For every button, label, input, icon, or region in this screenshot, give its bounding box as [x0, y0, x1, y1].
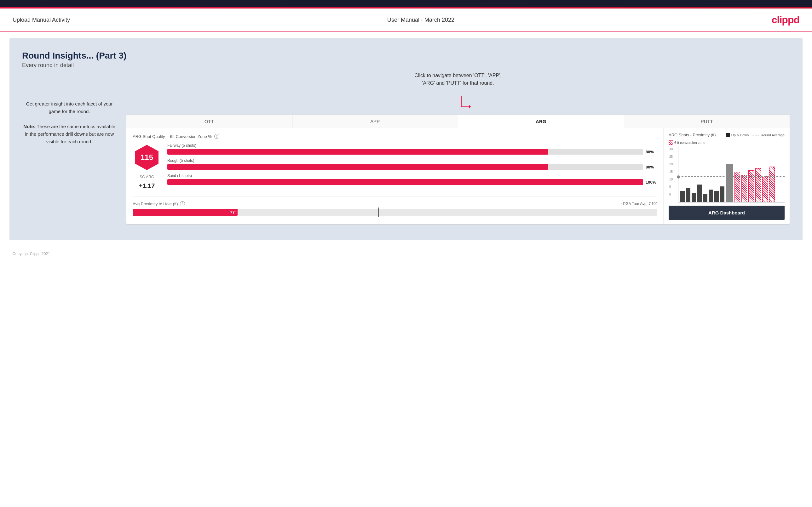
upload-link[interactable]: Upload Manual Activity — [13, 17, 70, 23]
footer: Copyright Clippd 2021 — [0, 246, 812, 261]
page-title: Round Insights... (Part 3) — [22, 51, 790, 61]
sg-label: SG ARG — [140, 175, 154, 179]
right-panel: Click to navigate between 'OTT', 'APP', … — [126, 75, 790, 225]
chart-bar-6 — [709, 189, 713, 202]
y-tick-25: 25 — [669, 155, 673, 158]
fairway-pct: 80% — [646, 150, 657, 154]
hexagon-row: 115 SG ARG +1.17 Fairway (5 shots) — [133, 143, 657, 189]
chart-bar-hatch-5 — [762, 176, 768, 202]
legend-conversion-label: 6 ft conversion zone — [674, 141, 705, 145]
help-icon[interactable]: ? — [214, 134, 219, 139]
chart-wrapper: 0 5 10 15 20 25 30 — [678, 148, 784, 203]
top-bar — [0, 0, 812, 7]
insight-para1: Get greater insight into each facet of y… — [26, 101, 112, 114]
rough-bar-outer — [167, 164, 643, 170]
chart-bar-9 — [726, 164, 733, 202]
chart-section: ARG Shots - Proximity (ft) Up & Down Rou… — [664, 128, 790, 224]
layout: Get greater insight into each facet of y… — [22, 75, 790, 225]
prox-label: Avg Proximity to Hole (ft) — [133, 202, 178, 206]
legend-dash — [753, 135, 759, 135]
nav-hint-line1: Click to navigate between 'OTT', 'APP', — [126, 72, 790, 79]
fairway-label: Fairway (5 shots) — [167, 143, 657, 148]
chart-header: ARG Shots - Proximity (ft) Up & Down Rou… — [669, 132, 784, 137]
sand-label: Sand (1 shots) — [167, 173, 657, 178]
card-body: ARG Shot Quality 6ft Conversion Zone % ? — [126, 128, 790, 224]
hexagon-wrap: 115 SG ARG +1.17 — [133, 143, 161, 189]
round-avg-line: 8 — [678, 176, 784, 177]
sand-fill — [167, 179, 643, 185]
prox-header: Avg Proximity to Hole (ft) ? ↑ PGA Tour … — [133, 201, 657, 206]
header: Upload Manual Activity User Manual - Mar… — [0, 8, 812, 32]
tab-putt[interactable]: PUTT — [624, 115, 790, 128]
fairway-bar-outer — [167, 149, 643, 155]
arrow-container — [126, 93, 790, 111]
rough-fill — [167, 164, 548, 170]
arg-dashboard-button[interactable]: ARG Dashboard — [669, 206, 784, 220]
hex-score: 115 — [133, 143, 161, 172]
tab-bar: OTT APP ARG PUTT — [126, 115, 790, 128]
prox-bar-track: 77' — [133, 209, 657, 216]
navigation-arrow — [458, 93, 477, 111]
prox-cursor — [378, 208, 379, 217]
legend-roundavg-label: Round Average — [761, 133, 784, 137]
legend-updown-box — [726, 133, 730, 137]
conversion-label: 6ft Conversion Zone % — [170, 134, 212, 139]
prox-help-icon[interactable]: ? — [180, 201, 185, 206]
chart-bar-8 — [720, 186, 724, 202]
left-panel: Get greater insight into each facet of y… — [22, 75, 116, 225]
tab-arg[interactable]: ARG — [458, 115, 624, 128]
legend-updown-label: Up & Down — [731, 133, 749, 137]
legend-hatch-box — [669, 140, 673, 145]
page-subtitle: Every round in detail — [22, 62, 790, 69]
prox-value: 77' — [230, 210, 236, 215]
sand-track — [167, 179, 643, 185]
chart-title: ARG Shots - Proximity (ft) — [669, 132, 716, 137]
insight-text: Get greater insight into each facet of y… — [22, 100, 116, 146]
round-avg-dot — [677, 175, 680, 178]
rough-bar-container: 80% — [167, 164, 657, 170]
clippd-logo: clippd — [772, 14, 799, 25]
sand-bar-outer — [167, 179, 643, 185]
y-tick-10: 10 — [669, 178, 673, 181]
chart-bar-hatch-6 — [769, 167, 775, 202]
bars-section: Fairway (5 shots) 80% — [167, 143, 657, 189]
y-tick-20: 20 — [669, 163, 673, 166]
rough-track — [167, 164, 643, 170]
chart-bar-1 — [680, 191, 685, 202]
note-label: Note: — [23, 124, 35, 129]
round-avg-value: 8 — [790, 174, 790, 178]
chart-bar-hatch-2 — [742, 175, 747, 202]
fairway-fill — [167, 149, 548, 155]
hex-value: 115 — [141, 153, 153, 162]
rough-label: Rough (5 shots) — [167, 158, 657, 163]
sg-value: +1.17 — [139, 182, 155, 189]
chart-bar-3 — [692, 193, 696, 202]
y-axis: 0 5 10 15 20 25 30 — [669, 148, 673, 196]
nav-hint-line2: 'ARG' and 'PUTT' for that round. — [126, 79, 790, 87]
tab-app[interactable]: APP — [292, 115, 458, 128]
chart-bar-7 — [714, 191, 719, 202]
round-insights-card: OTT APP ARG PUTT ARG Shot Quality 6ft Co… — [126, 115, 790, 225]
insight-para2: These are the same metrics available in … — [25, 124, 115, 144]
tab-ott[interactable]: OTT — [126, 115, 292, 128]
sand-bar-container: 100% — [167, 179, 657, 185]
sand-pct: 100% — [646, 180, 657, 184]
nav-hint: Click to navigate between 'OTT', 'APP', … — [126, 72, 790, 87]
legend: Up & Down Round Average — [726, 133, 784, 137]
logo-area: clippd — [772, 14, 799, 26]
legend-updown: Up & Down — [726, 133, 749, 137]
shot-quality-section: ARG Shot Quality 6ft Conversion Zone % ? — [126, 128, 664, 224]
y-tick-5: 5 — [669, 185, 673, 189]
y-tick-30: 30 — [669, 148, 673, 151]
fairway-bar-container: 80% — [167, 149, 657, 155]
chart-bar-hatch-4 — [755, 168, 761, 202]
prox-bar-fill: 77' — [133, 209, 238, 216]
copyright: Copyright Clippd 2021 — [13, 251, 50, 256]
legend-roundavg: Round Average — [753, 133, 784, 137]
shot-quality-label: ARG Shot Quality — [133, 134, 165, 139]
rough-bar-row: Rough (5 shots) 80% — [167, 158, 657, 170]
chart-area: 8 — [678, 148, 784, 203]
y-tick-0: 0 — [669, 193, 673, 196]
document-title: User Manual - March 2022 — [387, 17, 454, 23]
legend-conversion: 6 ft conversion zone — [669, 140, 784, 145]
